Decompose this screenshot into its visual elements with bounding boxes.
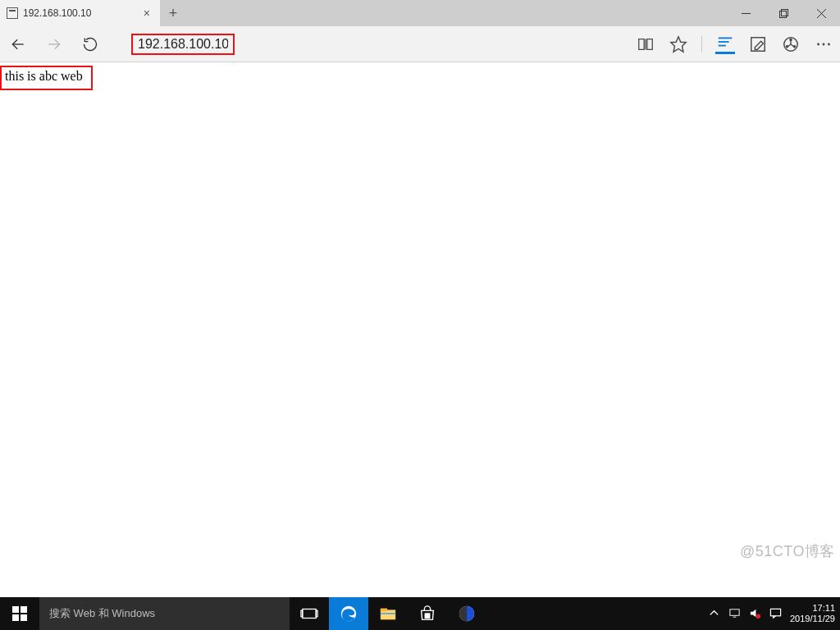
refresh-button[interactable] — [79, 33, 102, 56]
new-tab-button[interactable]: + — [160, 0, 186, 26]
close-window-button[interactable] — [802, 0, 840, 26]
address-bar-highlight — [131, 34, 235, 55]
svg-rect-23 — [21, 614, 27, 621]
page-viewport: this is abc web @51CTO博客 — [0, 62, 840, 597]
clock-date: 2019/11/29 — [790, 614, 835, 624]
svg-rect-40 — [770, 609, 780, 615]
svg-rect-21 — [21, 606, 27, 613]
svg-point-14 — [790, 39, 792, 40]
window-controls — [727, 0, 840, 26]
maximize-button[interactable] — [765, 0, 802, 26]
tray-volume-icon[interactable] — [749, 607, 761, 621]
tab-title: 192.168.100.10 — [23, 7, 91, 19]
svg-rect-32 — [427, 614, 429, 615]
forward-button[interactable] — [43, 33, 66, 56]
tray-notifications-icon[interactable] — [769, 607, 782, 621]
svg-rect-30 — [381, 613, 395, 614]
svg-rect-26 — [316, 610, 317, 616]
svg-point-19 — [828, 43, 830, 45]
svg-rect-34 — [427, 616, 429, 618]
taskbar-search-placeholder: 搜索 Web 和 Windows — [49, 606, 155, 621]
taskbar-apps — [290, 597, 486, 630]
tray-chevron-up-icon[interactable] — [708, 607, 720, 621]
share-icon[interactable] — [781, 34, 801, 54]
minimize-button[interactable] — [727, 0, 765, 26]
tab-strip: 192.168.100.10 × + — [0, 0, 840, 26]
svg-rect-33 — [425, 616, 427, 618]
tray-network-icon[interactable] — [728, 607, 741, 621]
svg-rect-25 — [301, 610, 303, 616]
toolbar-separator — [701, 36, 702, 52]
svg-rect-24 — [303, 609, 317, 619]
address-bar[interactable] — [138, 37, 228, 52]
web-note-icon[interactable] — [748, 34, 768, 54]
svg-point-18 — [823, 43, 825, 45]
hub-icon[interactable] — [715, 34, 735, 54]
svg-rect-29 — [381, 609, 387, 612]
browser-tab[interactable]: 192.168.100.10 × — [0, 0, 160, 26]
app-icon[interactable] — [447, 597, 486, 630]
close-tab-icon[interactable]: × — [140, 7, 153, 20]
toolbar-actions — [636, 34, 833, 54]
svg-point-17 — [817, 43, 819, 45]
svg-marker-38 — [751, 609, 756, 616]
svg-marker-8 — [671, 36, 686, 51]
svg-rect-22 — [12, 614, 19, 621]
taskbar-search[interactable]: 搜索 Web 和 Windows — [39, 597, 290, 630]
task-view-icon[interactable] — [290, 597, 329, 630]
clock-time: 17:11 — [790, 603, 835, 614]
browser-toolbar — [0, 26, 840, 62]
reading-view-icon[interactable] — [636, 34, 655, 54]
svg-rect-1 — [779, 11, 786, 17]
page-icon — [7, 7, 18, 19]
back-button[interactable] — [7, 33, 30, 56]
favorite-star-icon[interactable] — [669, 34, 688, 54]
edge-browser-icon[interactable] — [329, 597, 368, 630]
page-body-text: this is abc web — [0, 66, 93, 90]
start-button[interactable] — [0, 597, 39, 630]
watermark: @51CTO博客 — [740, 541, 835, 561]
more-icon[interactable] — [814, 34, 833, 54]
store-icon[interactable] — [408, 597, 447, 630]
file-explorer-icon[interactable] — [368, 597, 408, 630]
taskbar: 搜索 Web 和 Windows 17:11 — [0, 597, 840, 630]
svg-rect-20 — [12, 606, 19, 613]
svg-rect-36 — [730, 609, 739, 615]
svg-rect-31 — [425, 614, 427, 615]
taskbar-clock[interactable]: 17:11 2019/11/29 — [790, 603, 835, 623]
system-tray: 17:11 2019/11/29 — [703, 597, 840, 630]
svg-point-39 — [756, 614, 760, 619]
svg-rect-2 — [781, 9, 788, 16]
